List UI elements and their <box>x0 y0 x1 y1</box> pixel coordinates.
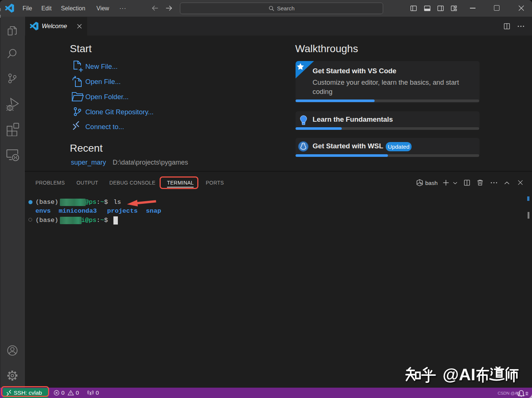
svg-text:$: $ <box>420 182 422 185</box>
